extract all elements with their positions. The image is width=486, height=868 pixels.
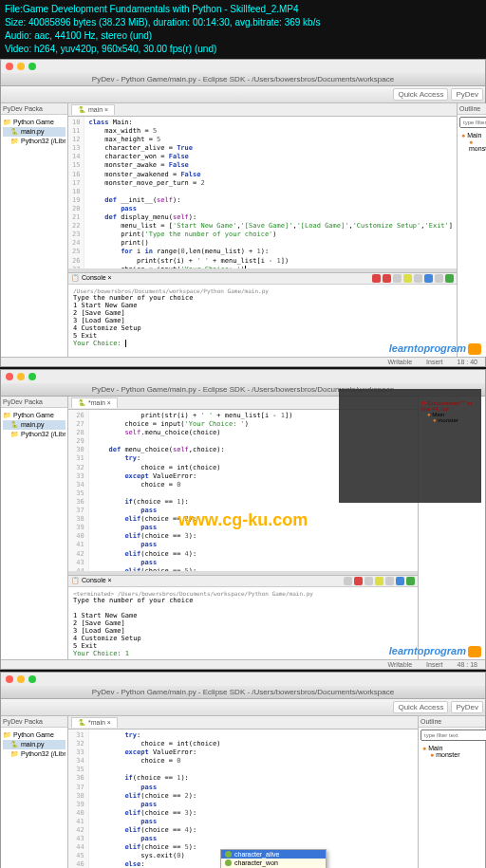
clear-console-icon[interactable] bbox=[403, 274, 412, 283]
close-window-button[interactable] bbox=[6, 373, 13, 380]
code-editor-3[interactable]: 31323334353637383940414243444546474849⊘5… bbox=[68, 729, 418, 868]
status-bar-1: Writable Insert 18 : 40 bbox=[1, 357, 485, 366]
zoom-window-button[interactable] bbox=[28, 675, 36, 683]
display-console-icon[interactable] bbox=[435, 274, 443, 283]
open-console-icon[interactable] bbox=[445, 274, 454, 283]
console-tab[interactable]: Console bbox=[82, 274, 106, 281]
tree-project[interactable]: Python Game bbox=[3, 411, 65, 420]
tab-main[interactable]: 🐍 *main × bbox=[71, 397, 118, 408]
terminate-icon[interactable] bbox=[354, 577, 363, 585]
console-toolbar: 📋 Console × bbox=[68, 272, 457, 285]
ide-window-3: PyDev - Python Game/main.py - Eclipse SD… bbox=[0, 672, 486, 868]
package-explorer: PyDev Packa Python Game main.py Python32… bbox=[1, 716, 68, 868]
remove-launch-icon[interactable] bbox=[344, 577, 352, 585]
outline-error: Encountered "" at line 44, col bbox=[421, 400, 472, 412]
code-area[interactable]: try: choice = int(choice) except ValueEr… bbox=[89, 729, 418, 868]
status-bar-2: WritableInsert48 : 18 bbox=[1, 659, 485, 669]
scroll-lock-icon[interactable] bbox=[385, 577, 394, 585]
line-gutter: 2627282930313233343536373839404142434445… bbox=[68, 410, 89, 571]
code-area[interactable]: class Main: max_width = 5 max_height = 5… bbox=[84, 117, 457, 268]
tree-file-main[interactable]: main.py bbox=[3, 127, 65, 137]
media-size: Size: 40085896 bytes (38.23 MiB), durati… bbox=[5, 16, 481, 29]
outline-filter-input[interactable] bbox=[459, 117, 486, 128]
tree-python-lib[interactable]: Python32 (/Library/F bbox=[3, 137, 65, 146]
perspective-pydev[interactable]: PyDev bbox=[451, 88, 483, 101]
learntoprogram-logo: learntoprogram bbox=[389, 342, 481, 355]
outline-view-3: Outline ● Main ● monster bbox=[418, 716, 485, 868]
tab-main[interactable]: 🐍 main × bbox=[71, 104, 115, 115]
outline-item-monster[interactable]: ● monster bbox=[422, 751, 481, 758]
outline-item-monster[interactable]: ● monster bbox=[461, 139, 486, 152]
media-file: File:Game Development Fundamentals with … bbox=[5, 3, 481, 16]
tree-file-main[interactable]: main.py bbox=[3, 420, 65, 430]
tree-python-lib[interactable]: Python32 (/Library/F bbox=[3, 749, 65, 759]
remove-all-icon[interactable] bbox=[364, 577, 373, 585]
main-toolbar: Quick Access PyDev bbox=[1, 86, 485, 103]
package-explorer-title: PyDev Packa bbox=[1, 103, 67, 115]
close-window-button[interactable] bbox=[6, 675, 13, 683]
quick-access[interactable]: Quick Access bbox=[393, 88, 448, 101]
watermark-text: www.cg-ku.com bbox=[178, 509, 308, 529]
ide-window-2: PyDev - Python Game/main.py - Eclipse SD… bbox=[0, 369, 486, 670]
clear-console-icon[interactable] bbox=[375, 577, 383, 585]
code-editor-1[interactable]: 1011121314151617181920212223242526272829… bbox=[68, 117, 457, 268]
scroll-lock-icon[interactable] bbox=[414, 274, 422, 283]
close-window-button[interactable] bbox=[6, 63, 13, 70]
media-info-block: File:Game Development Fundamentals with … bbox=[0, 0, 486, 59]
outline-filter-input[interactable] bbox=[421, 729, 486, 741]
outline-view: Outline ● Main ● monster bbox=[457, 103, 486, 357]
line-gutter: 1011121314151617181920212223242526272829 bbox=[68, 117, 84, 268]
pin-console-icon[interactable] bbox=[396, 577, 404, 585]
zoom-window-button[interactable] bbox=[28, 373, 36, 380]
outline-item-main[interactable]: ● Main bbox=[461, 132, 486, 139]
autocomplete-item[interactable]: character_alive bbox=[221, 850, 326, 859]
minimize-window-button[interactable] bbox=[17, 675, 25, 683]
tree-python-lib[interactable]: Python32 (/Library/F bbox=[3, 430, 65, 439]
tree-project[interactable]: Python Game bbox=[3, 730, 65, 740]
editor-tabs: 🐍 main × bbox=[68, 103, 457, 117]
learntoprogram-logo: learntoprogram bbox=[389, 645, 481, 657]
console-output-2[interactable]: <terminated> /Users/bowersbros/Documents… bbox=[68, 587, 418, 659]
terminate-icon[interactable] bbox=[372, 274, 381, 283]
pin-console-icon[interactable] bbox=[424, 274, 433, 283]
outline-title: Outline bbox=[458, 103, 486, 115]
media-audio: Audio: aac, 44100 Hz, stereo (und) bbox=[5, 29, 481, 43]
perspective-pydev[interactable]: PyDev bbox=[451, 701, 483, 713]
remove-terminated-icon[interactable] bbox=[393, 274, 402, 283]
zoom-window-button[interactable] bbox=[28, 63, 36, 70]
autocomplete-popup[interactable]: character_alive character_won display_me… bbox=[220, 849, 327, 868]
tree-file-main[interactable]: main.py bbox=[3, 740, 65, 749]
autocomplete-item[interactable]: character_won bbox=[221, 859, 326, 867]
tab-main[interactable]: 🐍 *main × bbox=[71, 717, 118, 728]
window-title: PyDev - Python Game/main.py - Eclipse SD… bbox=[1, 686, 485, 699]
open-console-icon[interactable] bbox=[406, 577, 415, 585]
minimize-window-button[interactable] bbox=[17, 63, 25, 70]
package-explorer: PyDev Packa Python Game main.py Python32… bbox=[1, 397, 68, 659]
tree-project[interactable]: Python Game bbox=[3, 118, 65, 127]
package-explorer: PyDev Packa Python Game main.py Python32… bbox=[1, 103, 68, 357]
console-path: /Users/bowersbros/Documents/workspace/Py… bbox=[73, 287, 452, 294]
window-controls bbox=[1, 60, 485, 73]
media-video: Video: h264, yuv420p, 960x540, 30.00 fps… bbox=[5, 43, 481, 56]
minimize-window-button[interactable] bbox=[17, 373, 25, 380]
outline-item-main[interactable]: ● Main bbox=[422, 745, 481, 751]
window-title: PyDev - Python Game/main.py - Eclipse SD… bbox=[1, 73, 485, 86]
ide-window-1: PyDev - Python Game/main.py - Eclipse SD… bbox=[0, 59, 486, 367]
terminate-all-icon[interactable] bbox=[383, 274, 391, 283]
quick-access[interactable]: Quick Access bbox=[393, 701, 448, 713]
